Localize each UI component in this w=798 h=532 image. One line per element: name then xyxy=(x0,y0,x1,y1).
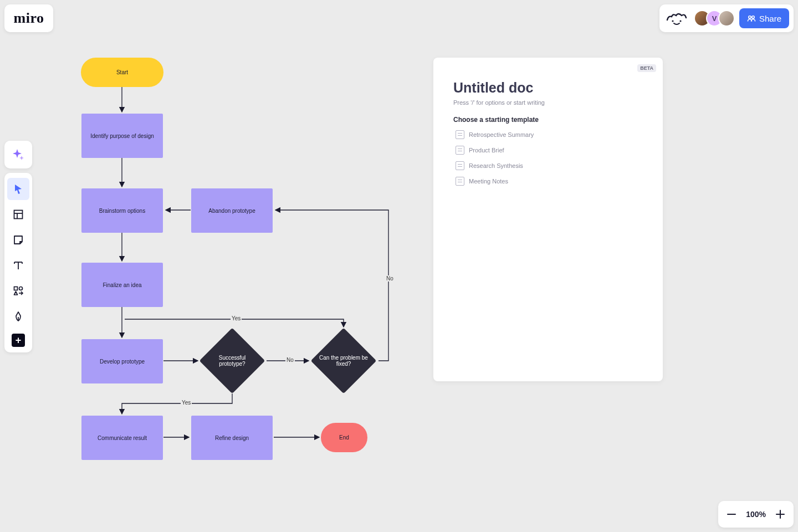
doc-template-option[interactable]: Retrospective Summary xyxy=(453,127,643,142)
document-panel[interactable]: BETA Untitled doc Press '/' for options … xyxy=(433,58,663,381)
node-fixable-decision[interactable]: Can the problem be fixed? xyxy=(320,337,367,384)
node-label: Communicate result xyxy=(98,435,147,441)
edge-label: Yes xyxy=(181,400,192,406)
plus-icon xyxy=(775,509,785,519)
doc-template-option[interactable]: Meeting Notes xyxy=(453,173,643,189)
doc-template-label: Product Brief xyxy=(469,147,504,154)
edge-label: Yes xyxy=(231,315,242,321)
node-finalize[interactable]: Finalize an idea xyxy=(81,263,163,307)
edge-label: No xyxy=(385,275,395,282)
node-abandon[interactable]: Abandon prototype xyxy=(191,188,273,233)
zoom-level[interactable]: 100% xyxy=(743,510,769,519)
doc-template-label: Retrospective Summary xyxy=(469,131,534,138)
node-label: End xyxy=(339,434,349,441)
document-icon xyxy=(456,130,464,139)
zoom-out-button[interactable] xyxy=(720,503,743,525)
beta-badge: BETA xyxy=(637,64,656,72)
node-develop[interactable]: Develop prototype xyxy=(81,339,163,383)
node-start[interactable]: Start xyxy=(81,58,163,87)
edge-label: No xyxy=(285,357,295,363)
zoom-controls: 100% xyxy=(718,501,794,528)
node-identify[interactable]: Identify purpose of design xyxy=(81,114,163,158)
node-label: Finalize an idea xyxy=(103,282,141,288)
document-icon xyxy=(456,146,464,155)
doc-templates-heading: Choose a starting template xyxy=(453,116,643,124)
document-icon xyxy=(456,177,464,186)
node-end[interactable]: End xyxy=(321,423,367,452)
node-label: Brainstorm options xyxy=(99,208,145,214)
doc-template-option[interactable]: Product Brief xyxy=(453,142,643,158)
node-brainstorm[interactable]: Brainstorm options xyxy=(81,188,163,233)
node-successful-decision[interactable]: Successful prototype? xyxy=(209,337,255,384)
node-label: Abandon prototype xyxy=(208,208,255,214)
zoom-in-button[interactable] xyxy=(769,503,791,525)
minus-icon xyxy=(727,509,736,519)
node-label: Successful prototype? xyxy=(207,355,257,367)
node-label: Can the problem be fixed? xyxy=(319,355,369,367)
doc-template-option[interactable]: Research Synthesis xyxy=(453,158,643,173)
doc-hint: Press '/' for options or start writing xyxy=(453,99,643,106)
doc-template-label: Meeting Notes xyxy=(469,178,508,185)
node-label: Develop prototype xyxy=(100,359,145,365)
node-label: Refine design xyxy=(215,435,249,441)
canvas[interactable]: Yes No Yes No Start Identify purpose of … xyxy=(0,0,798,532)
node-label: Start xyxy=(116,69,128,75)
doc-template-label: Research Synthesis xyxy=(469,162,523,169)
node-label: Identify purpose of design xyxy=(90,133,154,139)
node-communicate[interactable]: Communicate result xyxy=(81,416,163,460)
document-icon xyxy=(456,161,464,170)
node-refine[interactable]: Refine design xyxy=(191,416,273,460)
doc-title[interactable]: Untitled doc xyxy=(453,80,643,96)
